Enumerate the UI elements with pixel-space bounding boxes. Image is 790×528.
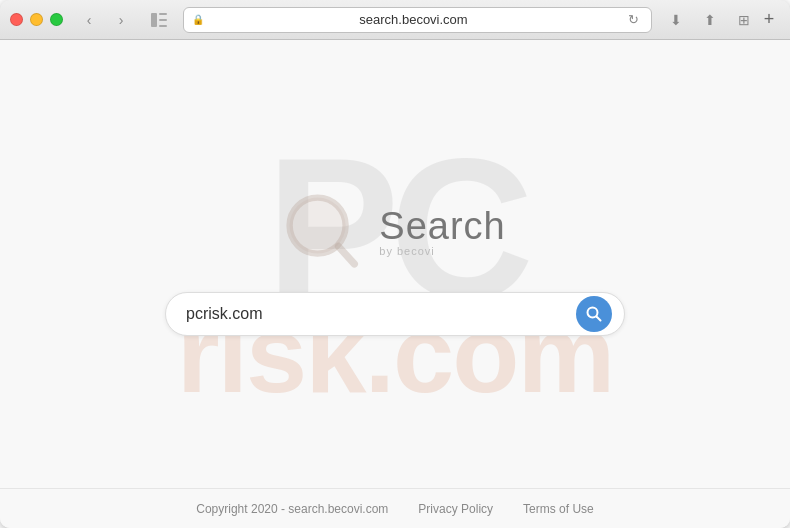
toolbar-right: ⬇ ⬆ ⊞	[662, 9, 758, 31]
browser-window: ‹ › 🔒 search.becovi.com ↻ ⬇ ⬆ ⊞ + PC	[0, 0, 790, 528]
search-box	[165, 292, 625, 336]
search-area: Search by becovi	[0, 40, 790, 528]
privacy-policy-link[interactable]: Privacy Policy	[418, 502, 493, 516]
logo-section: Search by becovi	[284, 192, 505, 272]
logo-search-label: Search	[379, 207, 505, 245]
logo-text-section: Search by becovi	[379, 207, 505, 257]
svg-rect-0	[151, 13, 157, 27]
svg-rect-1	[159, 13, 167, 15]
title-bar: ‹ › 🔒 search.becovi.com ↻ ⬇ ⬆ ⊞ +	[0, 0, 790, 40]
logo-by-label: by becovi	[379, 245, 434, 257]
minimize-button[interactable]	[30, 13, 43, 26]
url-text: search.becovi.com	[208, 12, 619, 27]
copyright-text: Copyright 2020 - search.becovi.com	[196, 502, 388, 516]
tabs-icon[interactable]: ⊞	[730, 9, 758, 31]
terms-of-use-link[interactable]: Terms of Use	[523, 502, 594, 516]
page-content: PC risk .com Search by becovi	[0, 40, 790, 528]
forward-button[interactable]: ›	[107, 9, 135, 31]
sidebar-toggle-icon[interactable]	[145, 9, 173, 31]
new-tab-button[interactable]: +	[758, 9, 780, 31]
back-button[interactable]: ‹	[75, 9, 103, 31]
svg-rect-2	[159, 19, 167, 21]
download-icon[interactable]: ⬇	[662, 9, 690, 31]
search-button[interactable]	[576, 296, 612, 332]
svg-line-5	[339, 246, 355, 264]
reload-button[interactable]: ↻	[623, 12, 643, 27]
address-bar[interactable]: 🔒 search.becovi.com ↻	[183, 7, 652, 33]
footer: Copyright 2020 - search.becovi.com Priva…	[0, 488, 790, 528]
magnifier-logo	[284, 192, 364, 272]
svg-rect-3	[159, 25, 167, 27]
share-icon[interactable]: ⬆	[696, 9, 724, 31]
search-input[interactable]	[186, 305, 576, 323]
maximize-button[interactable]	[50, 13, 63, 26]
svg-line-7	[597, 317, 601, 321]
traffic-lights	[10, 13, 63, 26]
lock-icon: 🔒	[192, 14, 204, 25]
close-button[interactable]	[10, 13, 23, 26]
nav-buttons: ‹ ›	[75, 9, 135, 31]
